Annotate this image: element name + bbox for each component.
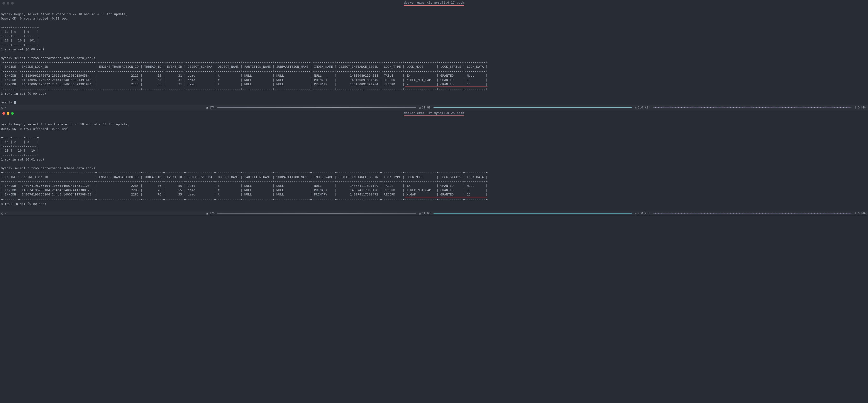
titlebar: docker exec -it mysql8.0.25 bash [0,110,868,116]
window-title: docker exec -it mysql8.0.17 bash [404,0,464,5]
mem-section: ▤11 GB [417,105,432,110]
cpu-section: ▣17% [205,105,216,110]
memory-icon: ▤ [419,211,421,215]
folder-icon: ▢ [1,105,3,110]
close-icon[interactable] [2,112,5,115]
cpu-graph [217,212,416,215]
terminal-output[interactable]: mysql> begin; select *from t where id >=… [0,6,868,105]
net-down-section: ⇅2.0 kB↓ [633,211,652,215]
cpu-icon: ▣ [206,211,208,215]
titlebar: docker exec -it mysql8.0.17 bash [0,0,868,6]
zoom-icon[interactable] [11,112,14,115]
minimize-icon [7,2,9,5]
window-title: docker exec -it mysql8.0.25 bash [404,111,464,116]
cpu-icon: ▣ [206,105,208,110]
cpu-section: ▣17% [205,211,216,215]
status-path: ~ [5,105,6,110]
window-controls [0,2,14,5]
net-down-section: ⇅2.0 kB↓ [633,105,652,110]
network-icon: ⇅ [635,105,637,110]
close-icon [2,2,5,5]
terminal-pane-bottom[interactable]: docker exec -it mysql8.0.25 bash mysql> … [0,110,868,216]
net-up-section: 1.0 kB↑ [853,105,868,110]
minimize-icon[interactable] [7,112,9,115]
cpu-graph [217,106,416,109]
window-controls[interactable] [0,112,14,115]
mem-graph [434,106,632,109]
network-icon: ⇅ [635,211,637,215]
net-graph [653,212,851,215]
status-bar: ▢~ ▣17% ▤11 GB ⇅2.0 kB↓ 1.0 kB↑ [0,105,868,110]
mem-section: ▤11 GB [417,211,432,215]
zoom-icon [11,2,14,5]
terminal-output[interactable]: mysql> begin; select * from t where id >… [0,116,868,211]
status-path: ~ [5,211,6,215]
mem-graph [434,212,632,215]
status-bar: ▢~ ▣17% ▤11 GB ⇅2.0 kB↓ 1.0 kB↑ [0,211,868,216]
folder-icon: ▢ [1,211,3,215]
terminal-pane-top[interactable]: docker exec -it mysql8.0.17 bash mysql> … [0,0,868,110]
cursor [14,101,16,104]
memory-icon: ▤ [419,105,421,110]
net-graph [653,106,851,109]
net-up-section: 1.0 kB↑ [853,211,868,215]
